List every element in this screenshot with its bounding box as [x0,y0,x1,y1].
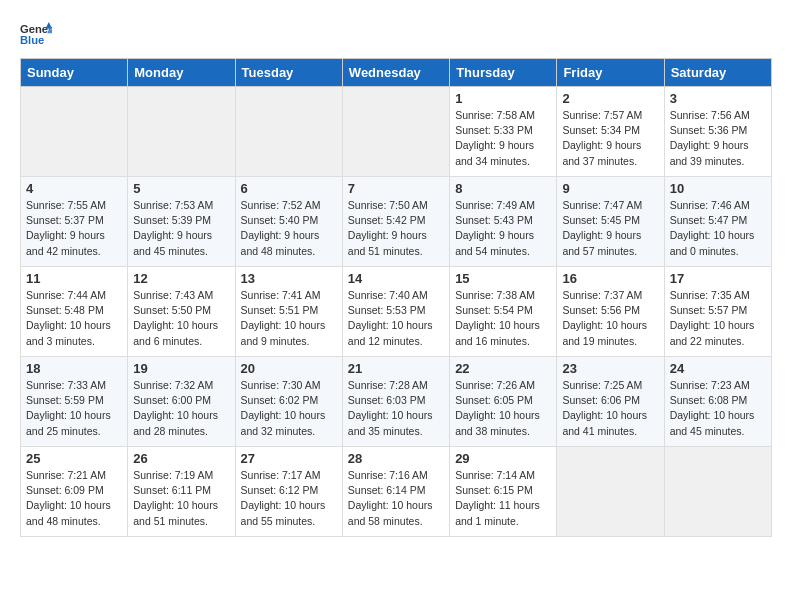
day-info: Sunrise: 7:30 AM Sunset: 6:02 PM Dayligh… [241,378,337,439]
calendar-week-row: 4Sunrise: 7:55 AM Sunset: 5:37 PM Daylig… [21,177,772,267]
day-number: 25 [26,451,122,466]
calendar-cell: 7Sunrise: 7:50 AM Sunset: 5:42 PM Daylig… [342,177,449,267]
weekday-header-sunday: Sunday [21,59,128,87]
day-info: Sunrise: 7:53 AM Sunset: 5:39 PM Dayligh… [133,198,229,259]
calendar-week-row: 11Sunrise: 7:44 AM Sunset: 5:48 PM Dayli… [21,267,772,357]
day-number: 24 [670,361,766,376]
calendar-cell: 14Sunrise: 7:40 AM Sunset: 5:53 PM Dayli… [342,267,449,357]
day-info: Sunrise: 7:50 AM Sunset: 5:42 PM Dayligh… [348,198,444,259]
calendar-cell: 1Sunrise: 7:58 AM Sunset: 5:33 PM Daylig… [450,87,557,177]
weekday-header-thursday: Thursday [450,59,557,87]
calendar-cell: 15Sunrise: 7:38 AM Sunset: 5:54 PM Dayli… [450,267,557,357]
calendar-cell [235,87,342,177]
svg-text:Blue: Blue [20,34,44,46]
logo: General Blue [20,20,52,48]
calendar-table: SundayMondayTuesdayWednesdayThursdayFrid… [20,58,772,537]
calendar-cell: 18Sunrise: 7:33 AM Sunset: 5:59 PM Dayli… [21,357,128,447]
day-number: 18 [26,361,122,376]
calendar-cell: 29Sunrise: 7:14 AM Sunset: 6:15 PM Dayli… [450,447,557,537]
logo-icon: General Blue [20,20,52,48]
day-number: 5 [133,181,229,196]
day-number: 9 [562,181,658,196]
weekday-header-monday: Monday [128,59,235,87]
day-info: Sunrise: 7:47 AM Sunset: 5:45 PM Dayligh… [562,198,658,259]
calendar-cell: 12Sunrise: 7:43 AM Sunset: 5:50 PM Dayli… [128,267,235,357]
day-number: 16 [562,271,658,286]
calendar-cell: 17Sunrise: 7:35 AM Sunset: 5:57 PM Dayli… [664,267,771,357]
day-info: Sunrise: 7:49 AM Sunset: 5:43 PM Dayligh… [455,198,551,259]
day-number: 2 [562,91,658,106]
calendar-cell [664,447,771,537]
calendar-cell: 11Sunrise: 7:44 AM Sunset: 5:48 PM Dayli… [21,267,128,357]
day-number: 13 [241,271,337,286]
day-number: 10 [670,181,766,196]
calendar-cell [21,87,128,177]
calendar-cell: 10Sunrise: 7:46 AM Sunset: 5:47 PM Dayli… [664,177,771,267]
day-info: Sunrise: 7:25 AM Sunset: 6:06 PM Dayligh… [562,378,658,439]
calendar-cell: 19Sunrise: 7:32 AM Sunset: 6:00 PM Dayli… [128,357,235,447]
day-number: 12 [133,271,229,286]
day-number: 6 [241,181,337,196]
day-number: 15 [455,271,551,286]
calendar-cell: 23Sunrise: 7:25 AM Sunset: 6:06 PM Dayli… [557,357,664,447]
day-info: Sunrise: 7:44 AM Sunset: 5:48 PM Dayligh… [26,288,122,349]
day-number: 7 [348,181,444,196]
calendar-cell [557,447,664,537]
day-number: 8 [455,181,551,196]
day-number: 22 [455,361,551,376]
weekday-header-wednesday: Wednesday [342,59,449,87]
calendar-week-row: 18Sunrise: 7:33 AM Sunset: 5:59 PM Dayli… [21,357,772,447]
day-info: Sunrise: 7:23 AM Sunset: 6:08 PM Dayligh… [670,378,766,439]
day-info: Sunrise: 7:43 AM Sunset: 5:50 PM Dayligh… [133,288,229,349]
calendar-cell: 8Sunrise: 7:49 AM Sunset: 5:43 PM Daylig… [450,177,557,267]
calendar-cell: 26Sunrise: 7:19 AM Sunset: 6:11 PM Dayli… [128,447,235,537]
weekday-header-friday: Friday [557,59,664,87]
calendar-cell: 13Sunrise: 7:41 AM Sunset: 5:51 PM Dayli… [235,267,342,357]
calendar-cell: 5Sunrise: 7:53 AM Sunset: 5:39 PM Daylig… [128,177,235,267]
day-info: Sunrise: 7:37 AM Sunset: 5:56 PM Dayligh… [562,288,658,349]
day-number: 23 [562,361,658,376]
calendar-cell: 6Sunrise: 7:52 AM Sunset: 5:40 PM Daylig… [235,177,342,267]
calendar-cell: 28Sunrise: 7:16 AM Sunset: 6:14 PM Dayli… [342,447,449,537]
calendar-cell: 21Sunrise: 7:28 AM Sunset: 6:03 PM Dayli… [342,357,449,447]
day-number: 27 [241,451,337,466]
day-number: 11 [26,271,122,286]
calendar-week-row: 25Sunrise: 7:21 AM Sunset: 6:09 PM Dayli… [21,447,772,537]
calendar-cell: 25Sunrise: 7:21 AM Sunset: 6:09 PM Dayli… [21,447,128,537]
calendar-cell: 20Sunrise: 7:30 AM Sunset: 6:02 PM Dayli… [235,357,342,447]
svg-text:General: General [20,23,52,35]
weekday-header-tuesday: Tuesday [235,59,342,87]
day-number: 4 [26,181,122,196]
day-number: 21 [348,361,444,376]
day-info: Sunrise: 7:14 AM Sunset: 6:15 PM Dayligh… [455,468,551,529]
day-info: Sunrise: 7:19 AM Sunset: 6:11 PM Dayligh… [133,468,229,529]
day-info: Sunrise: 7:28 AM Sunset: 6:03 PM Dayligh… [348,378,444,439]
day-number: 14 [348,271,444,286]
calendar-week-row: 1Sunrise: 7:58 AM Sunset: 5:33 PM Daylig… [21,87,772,177]
weekday-header-row: SundayMondayTuesdayWednesdayThursdayFrid… [21,59,772,87]
calendar-cell [342,87,449,177]
weekday-header-saturday: Saturday [664,59,771,87]
day-number: 3 [670,91,766,106]
day-info: Sunrise: 7:33 AM Sunset: 5:59 PM Dayligh… [26,378,122,439]
day-number: 19 [133,361,229,376]
day-number: 26 [133,451,229,466]
day-number: 1 [455,91,551,106]
calendar-cell: 27Sunrise: 7:17 AM Sunset: 6:12 PM Dayli… [235,447,342,537]
calendar-cell: 2Sunrise: 7:57 AM Sunset: 5:34 PM Daylig… [557,87,664,177]
calendar-cell: 22Sunrise: 7:26 AM Sunset: 6:05 PM Dayli… [450,357,557,447]
calendar-cell: 4Sunrise: 7:55 AM Sunset: 5:37 PM Daylig… [21,177,128,267]
day-number: 29 [455,451,551,466]
calendar-cell: 9Sunrise: 7:47 AM Sunset: 5:45 PM Daylig… [557,177,664,267]
day-number: 20 [241,361,337,376]
day-info: Sunrise: 7:35 AM Sunset: 5:57 PM Dayligh… [670,288,766,349]
page-header: General Blue [20,20,772,48]
calendar-cell: 16Sunrise: 7:37 AM Sunset: 5:56 PM Dayli… [557,267,664,357]
day-info: Sunrise: 7:16 AM Sunset: 6:14 PM Dayligh… [348,468,444,529]
day-info: Sunrise: 7:40 AM Sunset: 5:53 PM Dayligh… [348,288,444,349]
day-info: Sunrise: 7:21 AM Sunset: 6:09 PM Dayligh… [26,468,122,529]
day-info: Sunrise: 7:41 AM Sunset: 5:51 PM Dayligh… [241,288,337,349]
day-info: Sunrise: 7:58 AM Sunset: 5:33 PM Dayligh… [455,108,551,169]
day-info: Sunrise: 7:17 AM Sunset: 6:12 PM Dayligh… [241,468,337,529]
day-info: Sunrise: 7:57 AM Sunset: 5:34 PM Dayligh… [562,108,658,169]
